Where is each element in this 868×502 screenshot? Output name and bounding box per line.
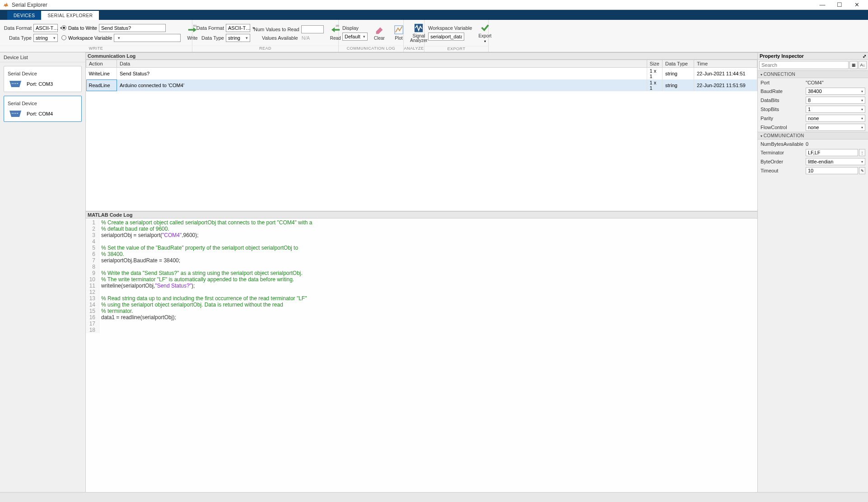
prop-value: "COM4" bbox=[806, 80, 865, 85]
code-area[interactable]: 1% Create a serialport object called ser… bbox=[86, 218, 757, 492]
clear-button[interactable]: Clear bbox=[371, 24, 387, 42]
inspector-section-header[interactable]: CONNECTION bbox=[758, 70, 868, 78]
prop-field[interactable]: 10 bbox=[806, 167, 858, 174]
code-line: 10% The write terminator "LF" is automat… bbox=[86, 276, 757, 283]
inspector-row: Timeout10✎ bbox=[758, 166, 868, 175]
wsvar-input[interactable] bbox=[428, 33, 464, 41]
write-dataformat-label: Data Format bbox=[4, 25, 32, 31]
tab-serial-explorer[interactable]: SERIAL EXPLORER bbox=[41, 11, 99, 20]
prop-dropdown[interactable]: little-endian bbox=[806, 158, 865, 165]
numvals-input[interactable] bbox=[301, 25, 324, 33]
communication-log-title: Communication Log bbox=[86, 52, 757, 60]
col-data[interactable]: Data bbox=[117, 60, 647, 68]
code-line: 18 bbox=[86, 327, 757, 333]
prop-dropdown[interactable]: none bbox=[806, 115, 865, 122]
prop-key: BaudRate bbox=[761, 88, 806, 94]
cell-action: WriteLine bbox=[86, 68, 117, 80]
tab-devices[interactable]: DEVICES bbox=[7, 11, 41, 20]
col-dtype[interactable]: Data Type bbox=[663, 60, 694, 68]
code-line: 11writeline(serialportObj,"Send Status?"… bbox=[86, 283, 757, 289]
minimize-button[interactable]: — bbox=[814, 0, 831, 10]
code-line: 9% Write the data "Send Status?" as a st… bbox=[86, 270, 757, 276]
wsvar-label: Workspace Variable bbox=[428, 25, 472, 31]
display-select[interactable]: Default bbox=[342, 33, 368, 41]
tabstrip: DEVICES SERIAL EXPLORER bbox=[0, 10, 868, 20]
radio-workspace-var-label: Workspace Variable bbox=[68, 35, 112, 41]
code-line: 2% default baud rate of 9600. bbox=[86, 226, 757, 232]
device-card[interactable]: Serial Device Port: COM3 bbox=[4, 66, 82, 92]
code-line: 1% Create a serialport object called ser… bbox=[86, 219, 757, 226]
inspector-row: Port"COM4" bbox=[758, 78, 868, 87]
prop-dropdown[interactable]: 38400 bbox=[806, 88, 865, 95]
svg-point-8 bbox=[12, 113, 13, 114]
eraser-icon bbox=[374, 25, 384, 35]
toolstrip-analyze-group: Signal Analyzer ANALYZE bbox=[404, 20, 425, 52]
commlog-caption: COMMUNICATION LOG bbox=[339, 46, 403, 52]
read-datatype-label: Data Type bbox=[196, 35, 224, 41]
prop-field[interactable]: LF,LF bbox=[806, 149, 858, 156]
log-row[interactable]: WriteLineSend Status?1 x 1string22-Jun-2… bbox=[86, 68, 757, 80]
prop-aux-button[interactable]: ✎ bbox=[859, 167, 865, 174]
code-line: 7serialportObj.BaudRate = 38400; bbox=[86, 257, 757, 264]
write-workspace-select[interactable] bbox=[114, 34, 181, 42]
radio-workspace-var[interactable] bbox=[61, 35, 66, 40]
inspector-title: Property Inspector bbox=[760, 53, 804, 59]
matlab-code-log-title: MATLAB Code Log bbox=[86, 211, 757, 218]
inspector-sort-icon[interactable]: A↓ bbox=[859, 61, 867, 69]
cell-time: 22-Jun-2021 11:44:51 bbox=[694, 68, 757, 80]
prop-dropdown[interactable]: none bbox=[806, 124, 865, 131]
toolstrip-write-group: Data FormatASCII-T… Data Typestring Data… bbox=[0, 20, 192, 52]
radio-data-to-write[interactable] bbox=[61, 25, 66, 30]
read-dataformat-select[interactable]: ASCII-T… bbox=[226, 24, 250, 32]
write-data-input[interactable] bbox=[99, 24, 166, 32]
cell-size: 1 x 1 bbox=[647, 68, 662, 80]
plot-icon bbox=[394, 25, 404, 35]
code-line: 3serialportObj = serialport("COM4",9600)… bbox=[86, 232, 757, 238]
write-caption: WRITE bbox=[0, 46, 192, 52]
log-row[interactable]: ReadLineArduino connected to 'COM4'1 x 1… bbox=[86, 79, 757, 91]
app-logo-icon bbox=[3, 2, 9, 8]
inspector-row: TerminatorLF,LF⋮ bbox=[758, 148, 868, 157]
prop-dropdown[interactable]: 1 bbox=[806, 106, 865, 113]
device-name: Serial Device bbox=[8, 71, 78, 76]
export-caption: EXPORT bbox=[425, 46, 488, 52]
read-datatype-select[interactable]: string bbox=[226, 34, 250, 42]
prop-value: 0 bbox=[806, 141, 865, 147]
cell-time: 22-Jun-2021 11:51:59 bbox=[694, 79, 757, 91]
cell-data: Send Status? bbox=[117, 68, 647, 80]
display-label: Display bbox=[342, 25, 359, 31]
inspector-row: BaudRate38400 bbox=[758, 87, 868, 96]
write-dataformat-select[interactable]: ASCII-T… bbox=[33, 24, 58, 32]
communication-log-table[interactable]: Action Data Size Data Type Time WriteLin… bbox=[86, 60, 757, 211]
dock-icon[interactable]: ⤢ bbox=[863, 54, 866, 59]
statusbar bbox=[0, 492, 868, 502]
prop-aux-button[interactable]: ⋮ bbox=[859, 149, 865, 156]
prop-dropdown[interactable]: 8 bbox=[806, 97, 865, 104]
cell-dtype: string bbox=[663, 68, 694, 80]
code-line: 15% terminator. bbox=[86, 308, 757, 314]
col-size[interactable]: Size bbox=[647, 60, 662, 68]
toolstrip-export-group: Workspace Variable Export▾ EXPORT bbox=[425, 20, 489, 52]
col-action[interactable]: Action bbox=[86, 60, 117, 68]
inspector-group-icon[interactable]: ▦ bbox=[849, 61, 858, 69]
center-area: Communication Log Action Data Size Data … bbox=[86, 52, 758, 492]
inspector-row: NumBytesAvailable0 bbox=[758, 139, 868, 148]
device-port: Port: COM3 bbox=[27, 81, 53, 87]
prop-key: StopBits bbox=[761, 107, 806, 112]
col-time[interactable]: Time bbox=[694, 60, 757, 68]
signal-icon bbox=[414, 23, 424, 33]
serial-port-icon bbox=[8, 80, 23, 88]
device-card[interactable]: Serial Device Port: COM4 bbox=[4, 96, 82, 122]
code-line: 8 bbox=[86, 264, 757, 270]
inspector-row: StopBits1 bbox=[758, 105, 868, 114]
cell-size: 1 x 1 bbox=[647, 79, 662, 91]
close-button[interactable]: ✕ bbox=[848, 0, 865, 10]
property-inspector-panel: Property Inspector ⤢ ▦ A↓ CONNECTIONPort… bbox=[758, 52, 868, 492]
write-datatype-select[interactable]: string bbox=[33, 34, 58, 42]
maximize-button[interactable]: ☐ bbox=[831, 0, 848, 10]
numvals-label: Num Values to Read bbox=[254, 27, 299, 32]
code-line: 13% Read string data up to and including… bbox=[86, 295, 757, 302]
inspector-section-header[interactable]: COMMUNICATION bbox=[758, 132, 868, 139]
inspector-search-input[interactable] bbox=[759, 61, 849, 69]
inspector-row: ByteOrderlittle-endian bbox=[758, 157, 868, 166]
